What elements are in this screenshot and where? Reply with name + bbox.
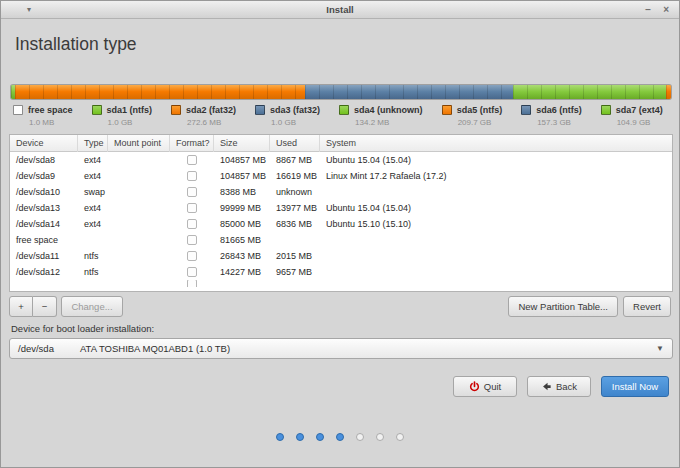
chevron-down-icon: ▼ xyxy=(656,344,664,353)
partition-table[interactable]: Device Type Mount point Format? Size Use… xyxy=(9,134,673,292)
minimize-icon[interactable]: − xyxy=(645,5,651,15)
cell-type: ntfs xyxy=(78,251,108,261)
legend-partition-label: sda4 (unknown) xyxy=(354,105,423,115)
table-row[interactable]: /dev/sda13ext499999 MB13977 MBUbuntu 15.… xyxy=(10,200,672,216)
legend-partition-size: 104.9 GB xyxy=(617,118,663,127)
cell-system: Ubuntu 15.04 (15.04) xyxy=(320,203,672,213)
quit-button-label: Quit xyxy=(484,381,501,392)
legend-partition-size: 1.0 GB xyxy=(271,118,320,127)
cell-used: 13977 MB xyxy=(270,203,320,213)
cell-used: 8867 MB xyxy=(270,155,320,165)
cell-type: ext4 xyxy=(78,203,108,213)
partition-color-chip xyxy=(171,105,181,115)
column-header-type[interactable]: Type xyxy=(78,135,108,152)
table-row-partial[interactable] xyxy=(10,280,672,287)
format-checkbox[interactable] xyxy=(187,251,197,261)
table-row[interactable]: /dev/sda8ext4104857 MB8867 MBUbuntu 15.0… xyxy=(10,152,672,168)
cell-device: /dev/sda9 xyxy=(10,171,78,181)
titlebar: ▾ Install − × xyxy=(1,1,679,19)
format-checkbox[interactable] xyxy=(187,187,197,197)
format-checkbox[interactable] xyxy=(187,280,197,287)
legend-item: sda2 (fat32)272.6 MB xyxy=(171,105,236,133)
remove-partition-button[interactable]: − xyxy=(33,296,57,317)
legend-partition-size: 1.0 MB xyxy=(29,118,73,127)
cell-format xyxy=(170,155,214,165)
format-checkbox[interactable] xyxy=(187,235,197,245)
table-row[interactable]: free space81665 MB xyxy=(10,232,672,248)
cell-device: /dev/sda12 xyxy=(10,267,78,277)
partition-table-header: Device Type Mount point Format? Size Use… xyxy=(10,135,672,152)
progress-dot-active xyxy=(336,433,344,441)
column-header-format[interactable]: Format? xyxy=(170,135,214,152)
partition-color-chip xyxy=(521,105,531,115)
column-header-size[interactable]: Size xyxy=(214,135,270,152)
progress-dot-inactive xyxy=(376,433,384,441)
bootloader-device-select[interactable]: /dev/sda ATA TOSHIBA MQ01ABD1 (1.0 TB) ▼ xyxy=(9,338,673,359)
partition-color-chip xyxy=(255,105,265,115)
cell-size: 85000 MB xyxy=(214,219,270,229)
format-checkbox[interactable] xyxy=(187,203,197,213)
format-checkbox[interactable] xyxy=(187,267,197,277)
legend-partition-label: sda7 (ext4) xyxy=(616,105,663,115)
column-header-device[interactable]: Device xyxy=(10,135,78,152)
cell-used: 6836 MB xyxy=(270,219,320,229)
table-row[interactable]: /dev/sda11ntfs26843 MB2015 MB xyxy=(10,248,672,264)
window-title: Install xyxy=(1,4,679,15)
close-icon[interactable]: × xyxy=(663,5,669,15)
partition-color-chip xyxy=(601,105,611,115)
bootloader-label: Device for boot loader installation: xyxy=(11,323,154,334)
progress-dot-inactive xyxy=(356,433,364,441)
cell-type: ext4 xyxy=(78,171,108,181)
disk-bar-segment-orange xyxy=(15,85,305,99)
legend-partition-size: 209.7 GB xyxy=(458,118,503,127)
column-header-system[interactable]: System xyxy=(320,135,672,152)
cell-system: Ubuntu 15.04 (15.04) xyxy=(320,155,672,165)
format-checkbox[interactable] xyxy=(187,155,197,165)
cell-system: Ubuntu 15.10 (15.10) xyxy=(320,219,672,229)
cell-used: 2015 MB xyxy=(270,251,320,261)
cell-format xyxy=(170,280,214,287)
back-button-label: Back xyxy=(556,381,577,392)
new-partition-table-button[interactable]: New Partition Table... xyxy=(508,296,618,317)
legend-item: sda1 (ntfs)1.0 GB xyxy=(92,105,153,133)
cell-size: 8388 MB xyxy=(214,187,270,197)
install-now-button[interactable]: Install Now xyxy=(601,376,669,397)
cell-type: ext4 xyxy=(78,155,108,165)
cell-device: /dev/sda13 xyxy=(10,203,78,213)
revert-button[interactable]: Revert xyxy=(623,296,671,317)
quit-button[interactable]: Quit xyxy=(453,376,517,397)
change-partition-button[interactable]: Change... xyxy=(61,296,123,317)
legend-partition-size: 157.3 GB xyxy=(537,118,582,127)
cell-system: Linux Mint 17.2 Rafaela (17.2) xyxy=(320,171,672,181)
table-row[interactable]: /dev/sda9ext4104857 MB16619 MBLinux Mint… xyxy=(10,168,672,184)
install-now-button-label: Install Now xyxy=(612,381,658,392)
table-row[interactable]: /dev/sda14ext485000 MB6836 MBUbuntu 15.1… xyxy=(10,216,672,232)
legend-partition-size: 272.6 MB xyxy=(187,118,236,127)
partition-color-chip xyxy=(442,105,452,115)
partition-color-chip xyxy=(13,105,23,115)
cell-used: unknown xyxy=(270,187,320,197)
format-checkbox[interactable] xyxy=(187,219,197,229)
cell-device: /dev/sda14 xyxy=(10,219,78,229)
bootloader-device-description: ATA TOSHIBA MQ01ABD1 (1.0 TB) xyxy=(80,343,230,354)
table-row[interactable]: /dev/sda10swap8388 MBunknown xyxy=(10,184,672,200)
column-header-used[interactable]: Used xyxy=(270,135,320,152)
legend-partition-label: sda1 (ntfs) xyxy=(107,105,153,115)
progress-dot-active xyxy=(316,433,324,441)
partition-color-chip xyxy=(92,105,102,115)
add-partition-button[interactable]: + xyxy=(9,296,33,317)
cell-format xyxy=(170,251,214,261)
legend-item: sda4 (unknown)134.2 MB xyxy=(339,105,423,133)
wizard-progress-dots xyxy=(1,433,679,441)
disk-bar-segment-blue xyxy=(305,85,513,99)
column-header-mount-point[interactable]: Mount point xyxy=(108,135,170,152)
legend-item: sda3 (fat32)1.0 GB xyxy=(255,105,320,133)
back-button[interactable]: Back xyxy=(527,376,591,397)
page-title: Installation type xyxy=(15,34,137,55)
legend-item: sda7 (ext4)104.9 GB xyxy=(601,105,663,133)
partition-table-body: /dev/sda8ext4104857 MB8867 MBUbuntu 15.0… xyxy=(10,152,672,287)
legend-partition-size: 134.2 MB xyxy=(355,118,423,127)
legend-partition-label: sda3 (fat32) xyxy=(270,105,320,115)
table-row[interactable]: /dev/sda12ntfs14227 MB9657 MB xyxy=(10,264,672,280)
format-checkbox[interactable] xyxy=(187,171,197,181)
